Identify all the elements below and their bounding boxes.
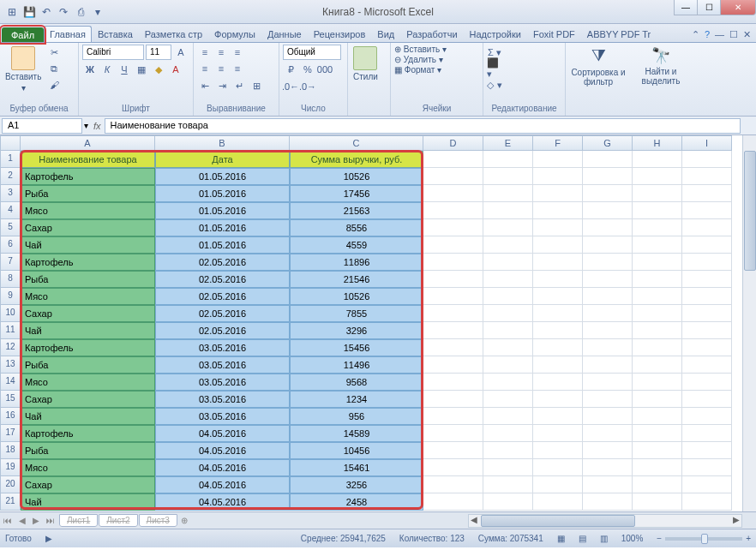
cell[interactable] [633,322,682,339]
cell[interactable] [583,305,633,322]
cell-sum[interactable]: 10456 [290,442,423,459]
cell[interactable] [682,185,732,202]
cell-name[interactable]: Картофель [21,425,155,442]
row-header[interactable]: 12 [0,339,21,356]
paste-button[interactable]: Вставить ▾ [3,45,43,94]
cell[interactable] [533,254,583,271]
cell[interactable] [633,219,682,236]
cut-icon[interactable]: ✂ [46,45,62,60]
sheet-tab[interactable]: Лист1 [59,514,98,527]
cell-sum[interactable]: 3296 [290,322,423,339]
ribbon-minimize-icon[interactable]: ⌃ [692,29,699,40]
cell[interactable] [533,374,583,391]
row-header[interactable]: 7 [0,254,21,271]
cell[interactable] [483,374,533,391]
align-mid-icon[interactable]: ≡ [213,45,229,60]
cell-date[interactable]: 01.05.2016 [155,236,290,254]
cell[interactable] [633,271,682,288]
cell[interactable] [423,391,483,408]
sheet-tab[interactable]: Лист3 [139,514,177,527]
cell[interactable] [483,391,533,408]
cell[interactable] [682,425,732,442]
cell-sum[interactable]: 11896 [290,254,423,271]
cell-date[interactable]: 04.05.2016 [155,493,290,511]
cell[interactable] [583,202,633,219]
tab-разработчи[interactable]: Разработчи [400,26,463,42]
cell[interactable] [633,151,682,168]
cell[interactable] [483,459,533,476]
cell[interactable] [533,271,583,288]
cell-name[interactable]: Рыба [21,271,155,288]
cell-date[interactable]: 02.05.2016 [155,305,290,322]
cell[interactable] [633,493,682,511]
cell[interactable] [682,442,732,459]
merge-icon[interactable]: ⊞ [249,78,264,93]
cell-name[interactable]: Рыба [21,442,155,459]
cell[interactable] [682,219,732,236]
horizontal-scrollbar[interactable]: ◀ ▶ [468,514,742,528]
align-bot-icon[interactable]: ≡ [230,45,245,60]
cell[interactable] [583,185,633,202]
cell[interactable] [633,356,682,374]
cell-name[interactable]: Мясо [21,202,155,219]
column-header-I[interactable]: I [682,135,732,151]
row-header[interactable]: 16 [0,408,21,425]
sheet-tab[interactable]: Лист2 [99,514,137,527]
row-header[interactable]: 20 [0,476,21,493]
cell[interactable] [583,339,633,356]
horizontal-scroll-thumb[interactable] [481,515,635,527]
cell-name[interactable]: Картофель [21,168,155,185]
cell[interactable] [483,493,533,511]
cell[interactable] [483,219,533,236]
cell[interactable] [533,442,583,459]
cell[interactable] [583,219,633,236]
tab-foxit pdf[interactable]: Foxit PDF [527,26,581,42]
row-header[interactable]: 10 [0,305,21,322]
cell[interactable] [682,271,732,288]
row-header[interactable]: 5 [0,219,21,236]
cell[interactable] [583,322,633,339]
cell[interactable] [423,322,483,339]
tab-вставка[interactable]: Вставка [92,26,139,42]
increase-indent-icon[interactable]: ⇥ [214,78,230,93]
decrease-decimal-icon[interactable]: .0→ [300,79,315,94]
zoom-out-icon[interactable]: − [657,534,662,543]
cell[interactable] [533,493,583,511]
cell[interactable] [633,425,682,442]
cell[interactable] [533,305,583,322]
cell[interactable] [583,391,633,408]
column-header-H[interactable]: H [633,135,682,151]
wrap-text-icon[interactable]: ↵ [231,78,247,93]
row-header[interactable]: 1 [0,151,21,168]
row-header[interactable]: 13 [0,356,21,374]
help-icon[interactable]: ? [705,29,710,40]
cell[interactable] [423,236,483,254]
row-header[interactable]: 4 [0,202,21,219]
cell-sum[interactable]: 21546 [290,271,423,288]
column-header-A[interactable]: A [21,135,155,151]
cell[interactable] [682,493,732,511]
view-normal-icon[interactable]: ▦ [557,534,565,543]
cell[interactable] [633,185,682,202]
cell[interactable] [583,271,633,288]
tab-разметка стр[interactable]: Разметка стр [139,26,208,42]
minimize-button[interactable]: — [674,0,698,15]
cell-date[interactable]: 04.05.2016 [155,459,290,476]
cell[interactable] [423,493,483,511]
cell[interactable] [583,493,633,511]
select-all-corner[interactable] [0,135,21,151]
cell[interactable] [533,185,583,202]
underline-icon[interactable]: Ч [117,62,132,77]
find-select-button[interactable]: 🔭 Найти и выделить [634,45,687,87]
cell-sum[interactable]: 4559 [290,236,423,254]
cell-sum[interactable]: 7855 [290,305,423,322]
cell[interactable] [583,288,633,305]
cell[interactable] [533,168,583,185]
cell[interactable] [583,356,633,374]
close-button[interactable]: ✕ [720,0,756,15]
cell[interactable] [533,391,583,408]
cell-sum[interactable]: 3256 [290,476,423,493]
cell[interactable] [423,442,483,459]
row-header[interactable]: 9 [0,288,21,305]
align-top-icon[interactable]: ≡ [197,45,213,60]
